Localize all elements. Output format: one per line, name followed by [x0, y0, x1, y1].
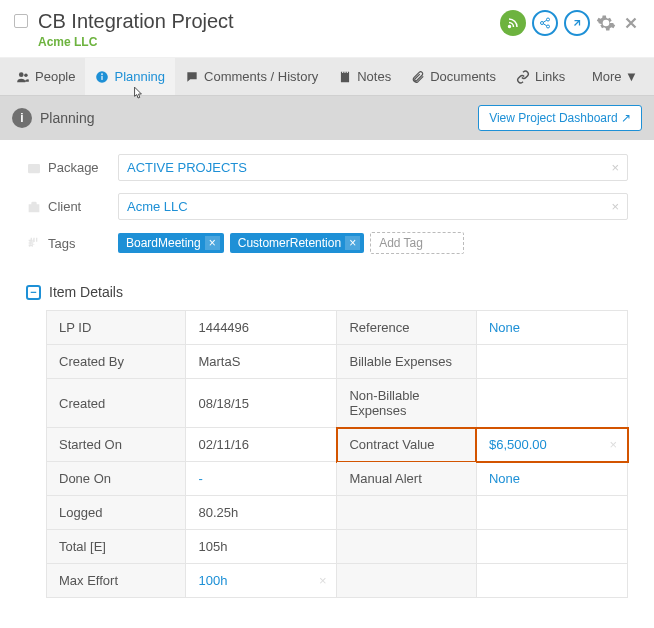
- detail-label: [337, 530, 476, 564]
- svg-rect-9: [28, 164, 40, 173]
- tab-label: Notes: [357, 69, 391, 84]
- detail-label: Non-Billable Expenses: [337, 379, 476, 428]
- detail-value[interactable]: 100h×: [186, 564, 337, 598]
- collapse-icon[interactable]: −: [26, 285, 41, 300]
- clear-icon[interactable]: ×: [609, 437, 617, 452]
- tab-comments[interactable]: Comments / History: [175, 58, 328, 95]
- client-input[interactable]: Acme LLC ×: [118, 193, 628, 220]
- detail-label: Done On: [47, 462, 186, 496]
- detail-label: Started On: [47, 428, 186, 462]
- svg-rect-7: [102, 75, 103, 79]
- expand-button[interactable]: [564, 10, 590, 36]
- detail-label: Total [E]: [47, 530, 186, 564]
- view-dashboard-button[interactable]: View Project Dashboard ↗: [478, 105, 642, 131]
- table-row: Logged80.25h: [47, 496, 628, 530]
- detail-value: 105h: [186, 530, 337, 564]
- paperclip-icon: [411, 70, 425, 84]
- cursor-icon: [131, 86, 145, 102]
- detail-value[interactable]: None: [476, 311, 627, 345]
- detail-label: Contract Value: [337, 428, 476, 462]
- people-icon: [16, 70, 30, 84]
- clear-icon[interactable]: ×: [611, 160, 619, 175]
- section-title: Planning: [40, 110, 95, 126]
- package-input[interactable]: ACTIVE PROJECTS ×: [118, 154, 628, 181]
- gear-icon[interactable]: [596, 13, 616, 33]
- tab-label: Planning: [114, 69, 165, 84]
- tab-label: Links: [535, 69, 565, 84]
- detail-label: [337, 564, 476, 598]
- tag-text: BoardMeeting: [126, 236, 201, 250]
- detail-value: [476, 496, 627, 530]
- detail-value[interactable]: None: [476, 462, 627, 496]
- detail-value[interactable]: -: [186, 462, 337, 496]
- svg-point-5: [24, 73, 28, 77]
- tag-remove-icon[interactable]: ×: [205, 236, 220, 250]
- detail-value: 08/18/15: [186, 379, 337, 428]
- clear-icon[interactable]: ×: [319, 573, 327, 588]
- clear-icon[interactable]: ×: [611, 199, 619, 214]
- tab-label: Documents: [430, 69, 496, 84]
- tag-boardmeeting[interactable]: BoardMeeting ×: [118, 233, 224, 253]
- tag-remove-icon[interactable]: ×: [345, 236, 360, 250]
- tab-label: More ▼: [592, 69, 638, 84]
- tab-notes[interactable]: Notes: [328, 58, 401, 95]
- svg-text:#: #: [29, 237, 35, 249]
- tag-customerretention[interactable]: CustomerRetention ×: [230, 233, 364, 253]
- detail-label: Reference: [337, 311, 476, 345]
- svg-point-1: [547, 18, 550, 21]
- detail-label: Manual Alert: [337, 462, 476, 496]
- detail-value: MartaS: [186, 345, 337, 379]
- svg-point-4: [19, 72, 24, 77]
- table-row: Created ByMartaSBillable Expenses: [47, 345, 628, 379]
- comment-icon: [185, 70, 199, 84]
- close-icon[interactable]: [622, 14, 640, 32]
- detail-value: [476, 530, 627, 564]
- tab-more[interactable]: More ▼: [582, 58, 648, 95]
- add-tag-input[interactable]: Add Tag: [370, 232, 464, 254]
- package-icon: [26, 160, 48, 176]
- tags-icon: #: [26, 235, 48, 251]
- svg-point-0: [509, 26, 511, 28]
- detail-label: LP ID: [47, 311, 186, 345]
- table-row: Created08/18/15Non-Billable Expenses: [47, 379, 628, 428]
- tab-label: Comments / History: [204, 69, 318, 84]
- tab-links[interactable]: Links: [506, 58, 575, 95]
- item-details-table: LP ID1444496ReferenceNoneCreated ByMarta…: [46, 310, 628, 598]
- tags-label: Tags: [48, 236, 118, 251]
- svg-point-3: [547, 25, 550, 28]
- info-icon: [95, 70, 109, 84]
- detail-label: Max Effort: [47, 564, 186, 598]
- notes-icon: [338, 70, 352, 84]
- table-row: Max Effort100h×: [47, 564, 628, 598]
- detail-value: [476, 379, 627, 428]
- rss-button[interactable]: [500, 10, 526, 36]
- client-value: Acme LLC: [127, 199, 188, 214]
- detail-label: [337, 496, 476, 530]
- details-title: Item Details: [49, 284, 123, 300]
- info-icon: i: [12, 108, 32, 128]
- select-checkbox[interactable]: [14, 14, 28, 28]
- tag-text: CustomerRetention: [238, 236, 341, 250]
- detail-label: Created By: [47, 345, 186, 379]
- table-row: Total [E]105h: [47, 530, 628, 564]
- link-icon: [516, 70, 530, 84]
- tab-people[interactable]: People: [6, 58, 85, 95]
- table-row: Done On-Manual AlertNone: [47, 462, 628, 496]
- package-label: Package: [48, 160, 118, 175]
- project-title: CB Integration Project: [38, 10, 500, 33]
- detail-value[interactable]: $6,500.00×: [476, 428, 627, 462]
- detail-value: 80.25h: [186, 496, 337, 530]
- detail-value: 1444496: [186, 311, 337, 345]
- detail-label: Billable Expenses: [337, 345, 476, 379]
- client-icon: [26, 199, 48, 215]
- detail-label: Logged: [47, 496, 186, 530]
- svg-point-2: [541, 22, 544, 25]
- detail-value: [476, 564, 627, 598]
- share-button[interactable]: [532, 10, 558, 36]
- package-value: ACTIVE PROJECTS: [127, 160, 247, 175]
- detail-value: 02/11/16: [186, 428, 337, 462]
- client-subtitle[interactable]: Acme LLC: [38, 35, 500, 49]
- tab-planning[interactable]: Planning: [85, 58, 175, 95]
- tab-documents[interactable]: Documents: [401, 58, 506, 95]
- svg-point-8: [102, 73, 104, 75]
